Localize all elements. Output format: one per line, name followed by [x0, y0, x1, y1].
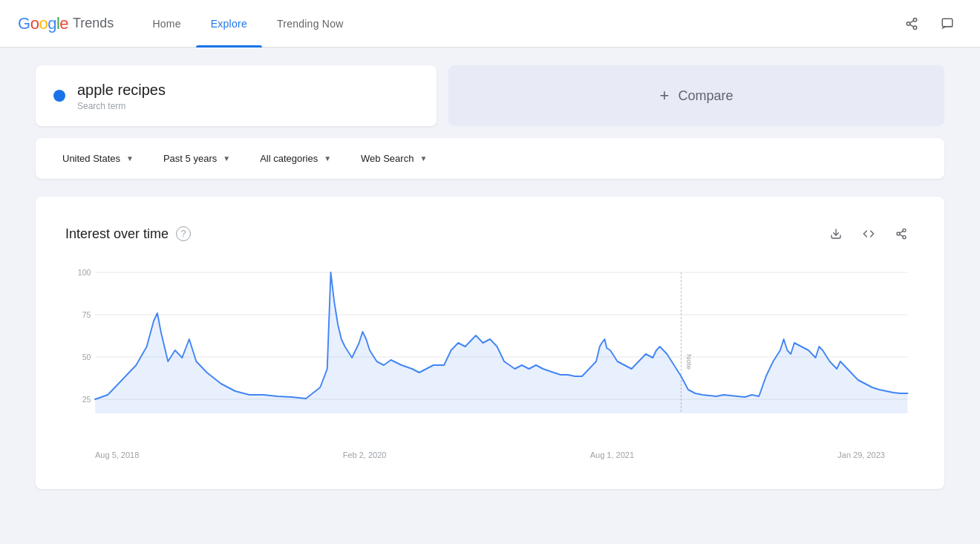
period-filter[interactable]: Past 5 years ▼	[154, 147, 239, 170]
chart-actions	[823, 220, 915, 247]
feedback-button[interactable]	[932, 9, 962, 39]
embed-button[interactable]	[855, 220, 882, 247]
region-filter[interactable]: United States ▼	[53, 147, 143, 170]
y-label-50: 50	[82, 353, 91, 361]
search-card: apple recipes Search term	[36, 65, 437, 126]
chart-title-row: Interest over time ?	[65, 226, 191, 242]
main-content: apple recipes Search term + Compare Unit…	[0, 47, 980, 507]
chart-header: Interest over time ?	[65, 220, 915, 247]
chart-card: Interest over time ?	[36, 197, 944, 489]
search-dot	[53, 90, 65, 102]
y-label-75: 75	[82, 310, 91, 319]
share-button[interactable]	[897, 9, 927, 39]
category-filter[interactable]: All categories ▼	[251, 147, 340, 170]
share-chart-button[interactable]	[888, 220, 915, 247]
nav-trending[interactable]: Trending Now	[262, 0, 359, 47]
x-label-3: Jan 29, 2023	[837, 450, 885, 459]
compare-label: Compare	[678, 88, 733, 104]
note-label: Note	[685, 354, 693, 370]
main-nav: Home Explore Trending Now	[137, 0, 897, 47]
filters-card: United States ▼ Past 5 years ▼ All categ…	[36, 138, 944, 179]
search-type-label: Web Search	[361, 153, 414, 164]
region-label: United States	[62, 153, 120, 164]
svg-line-12	[900, 235, 904, 237]
chart-x-labels: Aug 5, 2018 Feb 2, 2020 Aug 1, 2021 Jan …	[65, 446, 915, 459]
region-chevron-icon: ▼	[126, 154, 134, 163]
logo-google-text: Google	[18, 14, 68, 33]
nav-home[interactable]: Home	[137, 0, 195, 47]
x-label-1: Feb 2, 2020	[343, 450, 387, 459]
share-chart-icon	[895, 228, 907, 240]
y-label-100: 100	[78, 268, 91, 277]
header-actions	[897, 9, 962, 39]
embed-icon	[863, 228, 875, 240]
search-text-block: apple recipes Search term	[77, 80, 419, 111]
search-subtext: Search term	[77, 101, 419, 111]
chart-title: Interest over time	[65, 226, 169, 242]
svg-line-3	[909, 24, 913, 27]
compare-card[interactable]: + Compare	[448, 65, 944, 126]
feedback-icon	[941, 17, 954, 30]
interest-chart: 100 75 50 25 Note	[65, 265, 915, 443]
period-label: Past 5 years	[163, 153, 217, 164]
chart-container: 100 75 50 25 Note Aug 5, 2018 Feb 2, 202…	[65, 265, 915, 459]
search-compare-row: apple recipes Search term + Compare	[36, 65, 944, 126]
svg-line-13	[900, 231, 904, 233]
svg-line-4	[909, 20, 913, 22]
svg-rect-5	[942, 19, 953, 27]
category-chevron-icon: ▼	[324, 154, 331, 163]
period-chevron-icon: ▼	[223, 154, 230, 163]
x-label-0: Aug 5, 2018	[95, 450, 139, 459]
download-button[interactable]	[823, 220, 849, 247]
nav-explore[interactable]: Explore	[196, 0, 262, 47]
logo-trends-text: Trends	[73, 16, 114, 31]
category-label: All categories	[260, 153, 318, 164]
search-term[interactable]: apple recipes	[77, 80, 419, 99]
search-type-chevron-icon: ▼	[419, 154, 427, 163]
compare-plus-icon: +	[660, 86, 670, 105]
share-icon	[905, 17, 918, 30]
download-icon	[830, 228, 842, 240]
chart-area-fill	[95, 272, 907, 413]
y-label-25: 25	[82, 395, 91, 404]
search-type-filter[interactable]: Web Search ▼	[352, 147, 436, 170]
header: Google Trends Home Explore Trending Now	[0, 0, 980, 47]
x-label-2: Aug 1, 2021	[590, 450, 634, 459]
help-icon[interactable]: ?	[176, 226, 191, 241]
logo: Google Trends	[18, 14, 114, 33]
